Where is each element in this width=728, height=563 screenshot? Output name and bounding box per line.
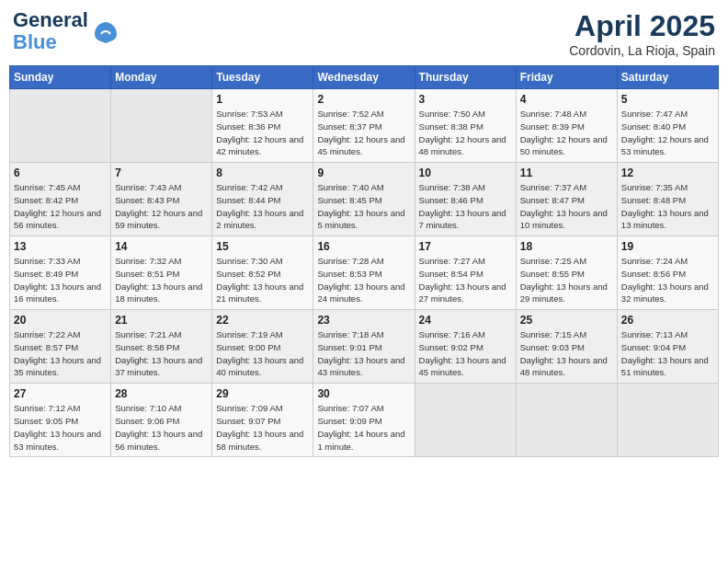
logo-icon	[92, 17, 119, 45]
day-info: Sunrise: 7:40 AMSunset: 8:45 PMDaylight:…	[317, 181, 410, 232]
calendar-cell: 23Sunrise: 7:18 AMSunset: 9:01 PMDayligh…	[313, 310, 415, 384]
day-info: Sunrise: 7:32 AMSunset: 8:51 PMDaylight:…	[115, 255, 208, 305]
logo: General Blue	[13, 9, 119, 53]
calendar-cell: 27Sunrise: 7:12 AMSunset: 9:05 PMDayligh…	[10, 384, 111, 457]
calendar-cell	[617, 384, 718, 457]
day-number: 4	[520, 93, 613, 106]
calendar-cell: 20Sunrise: 7:22 AMSunset: 8:57 PMDayligh…	[10, 310, 111, 384]
day-info: Sunrise: 7:09 AMSunset: 9:07 PMDaylight:…	[216, 402, 309, 453]
calendar-cell: 26Sunrise: 7:13 AMSunset: 9:04 PMDayligh…	[617, 310, 718, 384]
day-info: Sunrise: 7:07 AMSunset: 9:09 PMDaylight:…	[317, 402, 410, 453]
calendar-cell: 3Sunrise: 7:50 AMSunset: 8:38 PMDaylight…	[415, 89, 516, 163]
day-number: 16	[317, 240, 410, 253]
col-saturday: Saturday	[617, 66, 718, 89]
day-number: 23	[317, 314, 410, 327]
day-number: 3	[419, 93, 512, 106]
day-number: 22	[216, 314, 309, 327]
calendar-cell: 13Sunrise: 7:33 AMSunset: 8:49 PMDayligh…	[10, 236, 111, 310]
day-number: 24	[419, 314, 512, 327]
day-info: Sunrise: 7:28 AMSunset: 8:53 PMDaylight:…	[317, 255, 410, 305]
day-number: 30	[317, 387, 410, 400]
calendar-cell: 16Sunrise: 7:28 AMSunset: 8:53 PMDayligh…	[313, 236, 415, 310]
calendar-cell: 6Sunrise: 7:45 AMSunset: 8:42 PMDaylight…	[10, 163, 111, 236]
calendar-cell: 17Sunrise: 7:27 AMSunset: 8:54 PMDayligh…	[415, 236, 516, 310]
day-info: Sunrise: 7:53 AMSunset: 8:36 PMDaylight:…	[216, 108, 309, 158]
day-info: Sunrise: 7:43 AMSunset: 8:43 PMDaylight:…	[115, 181, 208, 232]
day-number: 26	[621, 314, 714, 327]
day-info: Sunrise: 7:30 AMSunset: 8:52 PMDaylight:…	[216, 255, 309, 305]
day-number: 13	[14, 240, 107, 253]
calendar-title: April 2025	[569, 9, 715, 43]
day-number: 25	[520, 314, 613, 327]
day-number: 8	[216, 167, 309, 179]
day-info: Sunrise: 7:13 AMSunset: 9:04 PMDaylight:…	[621, 328, 714, 379]
calendar-location: Cordovin, La Rioja, Spain	[569, 43, 715, 58]
col-wednesday: Wednesday	[313, 66, 415, 89]
calendar-week-2: 6Sunrise: 7:45 AMSunset: 8:42 PMDaylight…	[10, 163, 719, 236]
calendar-body: 1Sunrise: 7:53 AMSunset: 8:36 PMDaylight…	[10, 89, 719, 457]
day-info: Sunrise: 7:25 AMSunset: 8:55 PMDaylight:…	[520, 255, 613, 305]
calendar-cell: 15Sunrise: 7:30 AMSunset: 8:52 PMDayligh…	[212, 236, 313, 310]
calendar-cell	[516, 384, 617, 457]
day-number: 27	[14, 387, 107, 400]
day-number: 20	[14, 314, 107, 327]
day-info: Sunrise: 7:47 AMSunset: 8:40 PMDaylight:…	[621, 108, 714, 158]
day-info: Sunrise: 7:22 AMSunset: 8:57 PMDaylight:…	[14, 328, 107, 379]
day-info: Sunrise: 7:38 AMSunset: 8:46 PMDaylight:…	[419, 181, 512, 232]
calendar-week-5: 27Sunrise: 7:12 AMSunset: 9:05 PMDayligh…	[10, 384, 719, 457]
calendar-week-3: 13Sunrise: 7:33 AMSunset: 8:49 PMDayligh…	[10, 236, 719, 310]
day-info: Sunrise: 7:42 AMSunset: 8:44 PMDaylight:…	[216, 181, 309, 232]
calendar-cell: 14Sunrise: 7:32 AMSunset: 8:51 PMDayligh…	[111, 236, 212, 310]
day-number: 7	[115, 167, 208, 179]
calendar-cell: 1Sunrise: 7:53 AMSunset: 8:36 PMDaylight…	[212, 89, 313, 163]
day-number: 14	[115, 240, 208, 253]
calendar-table: Sunday Monday Tuesday Wednesday Thursday…	[9, 65, 719, 457]
day-number: 15	[216, 240, 309, 253]
day-info: Sunrise: 7:21 AMSunset: 8:58 PMDaylight:…	[115, 328, 208, 379]
day-number: 19	[621, 240, 714, 253]
day-number: 21	[115, 314, 208, 327]
day-info: Sunrise: 7:10 AMSunset: 9:06 PMDaylight:…	[115, 402, 208, 453]
calendar-cell: 18Sunrise: 7:25 AMSunset: 8:55 PMDayligh…	[516, 236, 617, 310]
day-info: Sunrise: 7:48 AMSunset: 8:39 PMDaylight:…	[520, 108, 613, 158]
calendar-cell: 7Sunrise: 7:43 AMSunset: 8:43 PMDaylight…	[111, 163, 212, 236]
header: General Blue April 2025 Cordovin, La Rio…	[9, 9, 719, 58]
day-number: 18	[520, 240, 613, 253]
day-info: Sunrise: 7:24 AMSunset: 8:56 PMDaylight:…	[621, 255, 714, 305]
calendar-cell: 2Sunrise: 7:52 AMSunset: 8:37 PMDaylight…	[313, 89, 415, 163]
day-info: Sunrise: 7:52 AMSunset: 8:37 PMDaylight:…	[317, 108, 410, 158]
day-number: 1	[216, 93, 309, 106]
day-number: 12	[621, 167, 714, 179]
calendar-cell: 28Sunrise: 7:10 AMSunset: 9:06 PMDayligh…	[111, 384, 212, 457]
day-number: 11	[520, 167, 613, 179]
calendar-week-4: 20Sunrise: 7:22 AMSunset: 8:57 PMDayligh…	[10, 310, 719, 384]
calendar-cell: 24Sunrise: 7:16 AMSunset: 9:02 PMDayligh…	[415, 310, 516, 384]
day-info: Sunrise: 7:27 AMSunset: 8:54 PMDaylight:…	[419, 255, 512, 305]
calendar-cell: 22Sunrise: 7:19 AMSunset: 9:00 PMDayligh…	[212, 310, 313, 384]
col-friday: Friday	[516, 66, 617, 89]
calendar-cell: 10Sunrise: 7:38 AMSunset: 8:46 PMDayligh…	[415, 163, 516, 236]
calendar-cell: 25Sunrise: 7:15 AMSunset: 9:03 PMDayligh…	[516, 310, 617, 384]
day-number: 28	[115, 387, 208, 400]
calendar-cell: 11Sunrise: 7:37 AMSunset: 8:47 PMDayligh…	[516, 163, 617, 236]
day-info: Sunrise: 7:19 AMSunset: 9:00 PMDaylight:…	[216, 328, 309, 379]
col-monday: Monday	[111, 66, 212, 89]
title-block: April 2025 Cordovin, La Rioja, Spain	[569, 9, 715, 58]
calendar-cell: 5Sunrise: 7:47 AMSunset: 8:40 PMDaylight…	[617, 89, 718, 163]
logo-text: General Blue	[13, 9, 88, 53]
day-number: 5	[621, 93, 714, 106]
day-info: Sunrise: 7:35 AMSunset: 8:48 PMDaylight:…	[621, 181, 714, 232]
day-info: Sunrise: 7:45 AMSunset: 8:42 PMDaylight:…	[14, 181, 107, 232]
calendar-cell: 29Sunrise: 7:09 AMSunset: 9:07 PMDayligh…	[212, 384, 313, 457]
col-sunday: Sunday	[10, 66, 111, 89]
day-number: 2	[317, 93, 410, 106]
calendar-cell: 21Sunrise: 7:21 AMSunset: 8:58 PMDayligh…	[111, 310, 212, 384]
page: General Blue April 2025 Cordovin, La Rio…	[0, 0, 728, 563]
day-info: Sunrise: 7:15 AMSunset: 9:03 PMDaylight:…	[520, 328, 613, 379]
day-info: Sunrise: 7:12 AMSunset: 9:05 PMDaylight:…	[14, 402, 107, 453]
col-tuesday: Tuesday	[212, 66, 313, 89]
day-number: 6	[14, 167, 107, 179]
calendar-cell	[415, 384, 516, 457]
day-info: Sunrise: 7:33 AMSunset: 8:49 PMDaylight:…	[14, 255, 107, 305]
calendar-cell: 12Sunrise: 7:35 AMSunset: 8:48 PMDayligh…	[617, 163, 718, 236]
